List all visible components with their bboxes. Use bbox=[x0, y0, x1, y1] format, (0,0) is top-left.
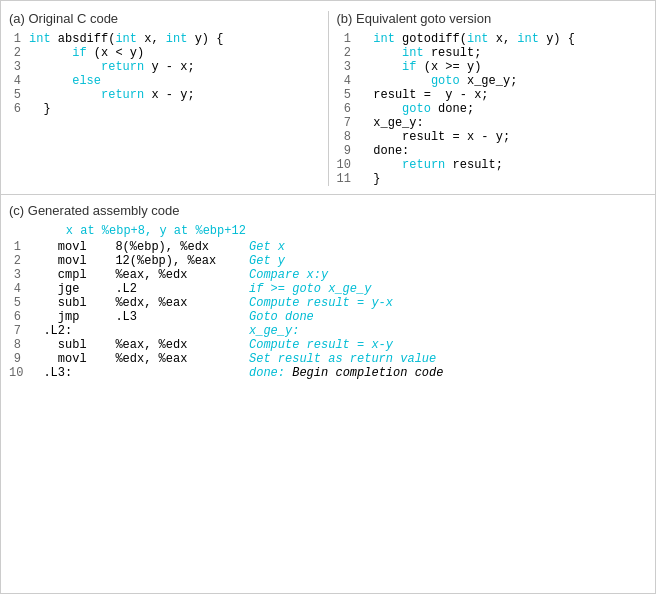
asm-code: cmpl %eax, %edx bbox=[29, 268, 249, 282]
line-num: 6 bbox=[337, 102, 359, 116]
asm-row: 6 jmp .L3 Goto done bbox=[9, 310, 647, 324]
keyword: if bbox=[29, 46, 87, 60]
code-text: result = y - x; bbox=[359, 88, 489, 102]
asm-code: .L2: bbox=[29, 324, 249, 338]
code-text: } bbox=[359, 172, 381, 186]
code-content: if (x < y) bbox=[29, 46, 320, 60]
code-content: int result; bbox=[359, 46, 647, 60]
asm-line-num: 7 bbox=[9, 324, 29, 338]
code-text: (x < y) bbox=[87, 46, 145, 60]
asm-row: 5 subl %edx, %eax Compute result = y-x bbox=[9, 296, 647, 310]
code-text: done: bbox=[359, 144, 409, 158]
keyword: goto bbox=[359, 74, 460, 88]
code-content: result = y - x; bbox=[359, 88, 647, 102]
code-content: if (x >= y) bbox=[359, 60, 647, 74]
code-text: x_ge_y; bbox=[460, 74, 518, 88]
code-content: result = x - y; bbox=[359, 130, 647, 144]
code-row: 6 goto done; bbox=[337, 102, 648, 116]
code-text: x, bbox=[489, 32, 518, 46]
keyword: if bbox=[359, 60, 417, 74]
code-content: return y - x; bbox=[29, 60, 320, 74]
code-content: return result; bbox=[359, 158, 647, 172]
code-text: } bbox=[29, 102, 51, 116]
code-row: 10 return result; bbox=[337, 158, 648, 172]
line-num: 2 bbox=[337, 46, 359, 60]
asm-header-text: x at %ebp+8, y at %ebp+12 bbox=[37, 224, 246, 238]
line-num: 4 bbox=[9, 74, 29, 88]
asm-comment: if >= goto x_ge_y bbox=[249, 282, 371, 296]
asm-code: jge .L2 bbox=[29, 282, 249, 296]
code-row: 5 return x - y; bbox=[9, 88, 320, 102]
keyword: int bbox=[359, 46, 424, 60]
code-content: done: bbox=[359, 144, 647, 158]
keyword: else bbox=[29, 74, 101, 88]
code-content: int absdiff(int x, int y) { bbox=[29, 32, 320, 46]
line-num: 7 bbox=[337, 116, 359, 130]
keyword: int bbox=[29, 32, 51, 46]
keyword: goto bbox=[359, 102, 431, 116]
asm-comment: Compute result = y-x bbox=[249, 296, 393, 310]
asm-code: movl 8(%ebp), %edx bbox=[29, 240, 249, 254]
asm-line-num: 5 bbox=[9, 296, 29, 310]
code-row: 2 if (x < y) bbox=[9, 46, 320, 60]
code-content: else bbox=[29, 74, 320, 88]
asm-code: subl %edx, %eax bbox=[29, 296, 249, 310]
code-row: 5 result = y - x; bbox=[337, 88, 648, 102]
asm-row: 3 cmpl %eax, %edx Compare x:y bbox=[9, 268, 647, 282]
code-content: return x - y; bbox=[29, 88, 320, 102]
asm-line-num: 10 bbox=[9, 366, 29, 380]
asm-row: 8 subl %eax, %edx Compute result = x-y bbox=[9, 338, 647, 352]
code-text: y) { bbox=[187, 32, 223, 46]
line-num: 9 bbox=[337, 144, 359, 158]
line-num: 2 bbox=[9, 46, 29, 60]
asm-line-num: 2 bbox=[9, 254, 29, 268]
code-content: } bbox=[29, 102, 320, 116]
keyword: int bbox=[115, 32, 137, 46]
asm-row: 4 jge .L2 if >= goto x_ge_y bbox=[9, 282, 647, 296]
asm-code: subl %eax, %edx bbox=[29, 338, 249, 352]
code-row: 9 done: bbox=[337, 144, 648, 158]
code-content: } bbox=[359, 172, 647, 186]
code-text: done; bbox=[431, 102, 474, 116]
asm-code: movl 12(%ebp), %eax bbox=[29, 254, 249, 268]
code-text: result; bbox=[445, 158, 503, 172]
code-row: 3 if (x >= y) bbox=[337, 60, 648, 74]
code-row: 6 } bbox=[9, 102, 320, 116]
code-text: x, bbox=[137, 32, 166, 46]
code-row: 8 result = x - y; bbox=[337, 130, 648, 144]
asm-comment: Get x bbox=[249, 240, 285, 254]
code-content: int gotodiff(int x, int y) { bbox=[359, 32, 647, 46]
keyword: return bbox=[29, 60, 144, 74]
code-block-left: 1 int absdiff(int x, int y) { 2 if (x < … bbox=[9, 32, 320, 116]
asm-comment: x_ge_y: bbox=[249, 324, 299, 338]
code-row: 11 } bbox=[337, 172, 648, 186]
panel-original-c: (a) Original C code 1 int absdiff(int x,… bbox=[1, 11, 329, 186]
line-num: 5 bbox=[337, 88, 359, 102]
panel-title-right: (b) Equivalent goto version bbox=[337, 11, 648, 26]
code-row: 1 int gotodiff(int x, int y) { bbox=[337, 32, 648, 46]
asm-line-num: 3 bbox=[9, 268, 29, 282]
line-num: 6 bbox=[9, 102, 29, 116]
code-text: result = x - y; bbox=[359, 130, 510, 144]
top-section: (a) Original C code 1 int absdiff(int x,… bbox=[1, 11, 655, 195]
keyword: int bbox=[166, 32, 188, 46]
asm-row: 1 movl 8(%ebp), %edx Get x bbox=[9, 240, 647, 254]
asm-comment: Set result as return value bbox=[249, 352, 436, 366]
line-num: 3 bbox=[9, 60, 29, 74]
code-block-right: 1 int gotodiff(int x, int y) { 2 int res… bbox=[337, 32, 648, 186]
code-text: gotodiff( bbox=[395, 32, 467, 46]
asm-comment: Compute result = x-y bbox=[249, 338, 393, 352]
asm-comment: Goto done bbox=[249, 310, 314, 324]
code-content: goto done; bbox=[359, 102, 647, 116]
code-row: 4 goto x_ge_y; bbox=[337, 74, 648, 88]
asm-code: jmp .L3 bbox=[29, 310, 249, 324]
line-num: 1 bbox=[9, 32, 29, 46]
asm-comment-rest: Begin completion code bbox=[292, 366, 443, 380]
code-text: result; bbox=[424, 46, 482, 60]
asm-code: .L3: bbox=[29, 366, 249, 380]
code-text: (x >= y) bbox=[417, 60, 482, 74]
code-text: y) { bbox=[539, 32, 575, 46]
panel-title-left: (a) Original C code bbox=[9, 11, 320, 26]
asm-line-num: 1 bbox=[9, 240, 29, 254]
code-text: x_ge_y: bbox=[359, 116, 424, 130]
